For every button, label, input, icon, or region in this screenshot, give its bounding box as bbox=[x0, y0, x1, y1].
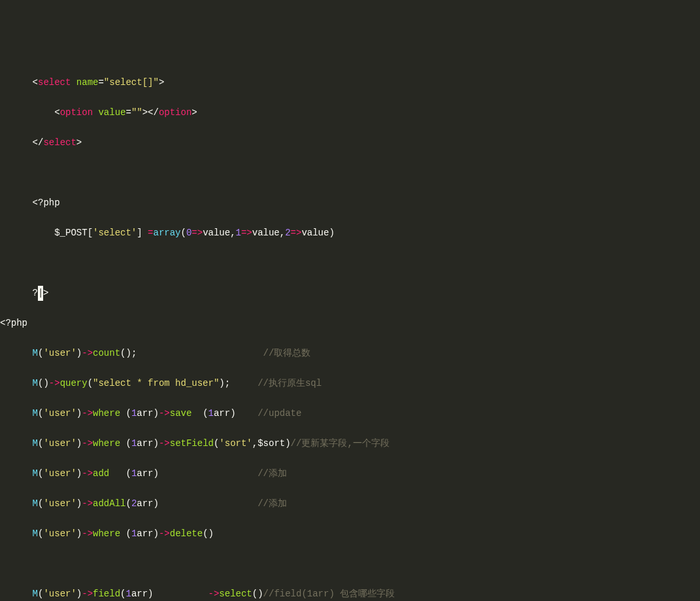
code-line: $_POST['select'] =array(0=>value,1=>valu… bbox=[0, 226, 700, 241]
code-line: <?php bbox=[0, 316, 700, 331]
code-line: M()->query("select * from hd_user"); //执… bbox=[0, 376, 700, 391]
code-line: ?|> bbox=[0, 286, 700, 301]
code-line: M('user')->where (1arr)->save (1arr) //u… bbox=[0, 406, 700, 421]
code-line bbox=[0, 256, 700, 271]
code-line: M('user')->where (1arr)->setField('sort'… bbox=[0, 436, 700, 451]
code-line bbox=[0, 557, 700, 572]
code-line: M('user')->add (1arr) //添加 bbox=[0, 466, 700, 481]
code-line: <select name="select[]"> bbox=[0, 75, 700, 90]
code-line: M('user')->count(); //取得总数 bbox=[0, 346, 700, 361]
code-line: <?php bbox=[0, 196, 700, 211]
code-line bbox=[0, 165, 700, 180]
text-cursor: | bbox=[38, 286, 43, 301]
code-line: <option value=""></option> bbox=[0, 105, 700, 120]
code-editor[interactable]: <select name="select[]"> <option value="… bbox=[0, 60, 700, 601]
code-line: M('user')->field(1arr) ->select()//field… bbox=[0, 587, 700, 601]
code-line: </select> bbox=[0, 135, 700, 150]
code-line: M('user')->addAll(2arr) //添加 bbox=[0, 496, 700, 511]
code-line: M('user')->where (1arr)->delete() bbox=[0, 526, 700, 541]
